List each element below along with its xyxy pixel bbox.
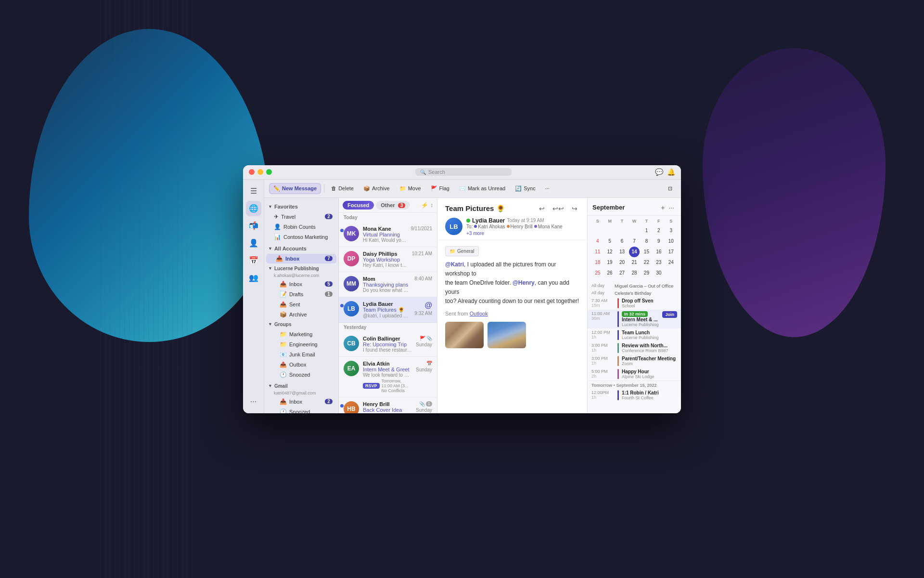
tab-other[interactable]: Other 3 bbox=[376, 201, 410, 210]
cal-day[interactable]: 18 bbox=[592, 257, 603, 268]
attachment-thumb-city[interactable] bbox=[488, 322, 526, 348]
sidebar-item-engineering[interactable]: 📁 Engineering bbox=[266, 340, 336, 349]
cal-event-drop-sven[interactable]: 7:30 AM 15m Drop off Sven School bbox=[588, 297, 681, 310]
sidebar-item-snoozed[interactable]: 🕐 Snoozed bbox=[266, 370, 336, 380]
cal-day[interactable]: 26 bbox=[604, 268, 615, 278]
cal-day[interactable]: 11 bbox=[592, 247, 603, 257]
cal-day[interactable]: 20 bbox=[617, 257, 628, 268]
cal-day[interactable]: 30 bbox=[654, 268, 664, 278]
cal-event-intern-meet[interactable]: 11:00 AM 30m In 32 mins Intern Meet & ..… bbox=[588, 310, 681, 328]
email-item-daisy-phillips[interactable]: DP Daisy Phillips Yoga Workshop Hey Katr… bbox=[339, 247, 437, 272]
attachment-thumb-louvre[interactable] bbox=[445, 322, 484, 348]
cal-day[interactable]: 3 bbox=[666, 225, 676, 236]
sidebar-item-lucerne-drafts[interactable]: 📝 Drafts 1 bbox=[266, 289, 336, 299]
cal-day[interactable] bbox=[592, 225, 603, 236]
close-button[interactable] bbox=[249, 169, 255, 175]
more-icon[interactable]: ··· bbox=[246, 394, 261, 409]
expand-button[interactable]: ⊡ bbox=[664, 184, 676, 194]
notification-icon[interactable]: 🔔 bbox=[667, 168, 675, 176]
contacts-icon[interactable]: 👤 bbox=[246, 236, 261, 251]
sidebar-item-marketing[interactable]: 📁 Marketing bbox=[266, 329, 336, 339]
cal-day[interactable]: 5 bbox=[604, 236, 615, 247]
cal-day[interactable]: 9 bbox=[654, 236, 664, 247]
cal-day[interactable]: 4 bbox=[592, 236, 603, 247]
sidebar-item-inbox-main[interactable]: 📥 Inbox 7 bbox=[266, 254, 336, 263]
sidebar-item-gmail-inbox[interactable]: 📥 Inbox 2 bbox=[266, 397, 336, 407]
email-item-mona-kane[interactable]: MK Mona Kane Virtual Planning Hi Katri, … bbox=[339, 222, 437, 247]
cal-event-review-north[interactable]: 3:00 PM 1h Review with North... Conferen… bbox=[588, 342, 681, 355]
move-button[interactable]: 📁 Move bbox=[396, 184, 425, 194]
sidebar-item-outbox[interactable]: 📤 Outbox bbox=[266, 360, 336, 369]
join-button[interactable]: Join bbox=[662, 311, 677, 318]
reply-button[interactable]: ↩ bbox=[537, 204, 547, 213]
lucerne-header[interactable]: ▼ Lucerne Publishing bbox=[264, 264, 338, 273]
cal-day[interactable] bbox=[666, 268, 676, 278]
sidebar-item-lucerne-inbox[interactable]: 📥 Inbox 5 bbox=[266, 279, 336, 289]
cal-day[interactable]: 6 bbox=[617, 236, 628, 247]
calendar-icon[interactable]: 📅 bbox=[246, 253, 261, 268]
groups-icon[interactable]: 👥 bbox=[246, 270, 261, 286]
archive-button[interactable]: 📦 Archive bbox=[359, 184, 394, 194]
forward-button[interactable]: ↪ bbox=[570, 204, 579, 213]
cal-event-robin-katri[interactable]: 12:00PM 1h 1:1 Robin / Katri Fourth St C… bbox=[588, 389, 681, 402]
favorites-header[interactable]: ▼ Favorites bbox=[264, 202, 338, 211]
gmail-header[interactable]: ▼ Gmail bbox=[264, 381, 338, 391]
email-item-mom[interactable]: MM Mom Thanksgiving plans Do you know wh… bbox=[339, 272, 437, 297]
reply-all-button[interactable]: ↩↩ bbox=[551, 204, 566, 213]
flag-button[interactable]: 🚩 Flag bbox=[427, 184, 453, 194]
more-toolbar-button[interactable]: ··· bbox=[541, 184, 553, 193]
cal-day-today[interactable]: 14 bbox=[629, 247, 640, 257]
cal-event-happy-hour[interactable]: 5:00 PM 2h Happy Hour Alpine Ski Lodge bbox=[588, 368, 681, 381]
chat-icon[interactable]: 💬 bbox=[655, 168, 663, 176]
outlook-link[interactable]: Outlook bbox=[470, 311, 488, 316]
cal-day[interactable]: 10 bbox=[666, 236, 676, 247]
minimize-button[interactable] bbox=[257, 169, 263, 175]
cal-day[interactable]: 2 bbox=[654, 225, 664, 236]
cal-day[interactable]: 25 bbox=[592, 268, 603, 278]
filter-icon[interactable]: ⚡ bbox=[421, 202, 428, 209]
more-recipients-link[interactable]: +3 more bbox=[466, 231, 484, 236]
delete-button[interactable]: 🗑 Delete bbox=[327, 184, 358, 193]
cal-day[interactable]: 13 bbox=[617, 247, 628, 257]
sidebar-item-gmail-snoozed[interactable]: 🕐 Snoozed bbox=[266, 407, 336, 413]
cal-day[interactable]: 17 bbox=[666, 247, 676, 257]
tab-focused[interactable]: Focused bbox=[343, 201, 374, 210]
cal-event-parent-teacher[interactable]: 3:00 PM 1h Parent/Teacher Meeting Zoom bbox=[588, 355, 681, 368]
sidebar-item-lucerne-sent[interactable]: 📤 Sent bbox=[266, 300, 336, 309]
cal-day[interactable]: 8 bbox=[641, 236, 652, 247]
cal-day[interactable] bbox=[629, 225, 640, 236]
cal-day[interactable]: 23 bbox=[654, 257, 664, 268]
email-item-henry-brill[interactable]: HB Henry Brill Back Cover Idea 📎 1 bbox=[339, 397, 437, 413]
cal-day[interactable]: 7 bbox=[629, 236, 640, 247]
cal-day[interactable]: 22 bbox=[641, 257, 652, 268]
cal-day[interactable]: 24 bbox=[666, 257, 676, 268]
new-message-button[interactable]: ✏️ New Message bbox=[269, 183, 321, 194]
email-list-scroll[interactable]: Today MK Mona Kane Virtual Planning Hi K… bbox=[339, 213, 437, 413]
calendar-more-button[interactable]: ··· bbox=[667, 203, 676, 212]
search-input-wrap[interactable]: 🔍 Search bbox=[415, 168, 512, 176]
sidebar-item-contoso[interactable]: 📊 Contoso Marketing bbox=[266, 232, 336, 242]
sidebar-item-lucerne-archive[interactable]: 📦 Archive bbox=[266, 310, 336, 319]
sort-icon[interactable]: ↕ bbox=[430, 202, 433, 209]
cal-day[interactable]: 27 bbox=[617, 268, 628, 278]
email-item-colin-ballinger[interactable]: CB Colin Ballinger Re: Upcoming Trip I f… bbox=[339, 332, 437, 357]
mail-icon[interactable]: 📬 bbox=[246, 218, 261, 234]
cal-day[interactable] bbox=[617, 225, 628, 236]
email-item-elvia-atkin[interactable]: EA Elvia Atkin Intern Meet & Greet We lo… bbox=[339, 357, 437, 397]
cal-day[interactable]: 21 bbox=[629, 257, 640, 268]
globe-icon[interactable]: 🌐 bbox=[246, 201, 261, 216]
cal-day[interactable]: 29 bbox=[641, 268, 652, 278]
cal-day[interactable]: 12 bbox=[604, 247, 615, 257]
cal-day[interactable]: 1 bbox=[641, 225, 652, 236]
calendar-add-button[interactable]: + bbox=[659, 203, 667, 212]
all-accounts-header[interactable]: ▼ All Accounts bbox=[264, 244, 338, 253]
sidebar-item-junk[interactable]: 📧 Junk Email bbox=[266, 350, 336, 359]
rsvp-badge[interactable]: RSVP bbox=[363, 383, 380, 389]
cal-day[interactable]: 19 bbox=[604, 257, 615, 268]
sidebar-item-robin-counts[interactable]: 👤 Robin Counts bbox=[266, 222, 336, 232]
maximize-button[interactable] bbox=[266, 169, 272, 175]
hamburger-menu-icon[interactable]: ☰ bbox=[246, 184, 261, 199]
email-item-lydia-bauer[interactable]: LB Lydia Bauer Team Pictures 🌻 @katri, I… bbox=[339, 297, 437, 323]
cal-day[interactable]: 16 bbox=[654, 247, 664, 257]
mark-unread-button[interactable]: ✉️ Mark as Unread bbox=[455, 184, 509, 194]
